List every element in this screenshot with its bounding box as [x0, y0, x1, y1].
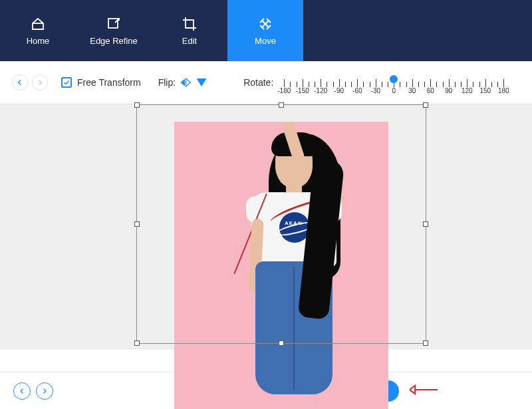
resize-handle-s[interactable]: [279, 341, 284, 346]
resize-handle-sw[interactable]: [134, 341, 140, 346]
flip-vertical-button[interactable]: [196, 77, 207, 88]
resize-handle-n[interactable]: [279, 102, 284, 108]
top-nav: Home Edge Refine Edit Move: [0, 0, 532, 61]
free-transform-toggle[interactable]: Free Transform: [61, 77, 141, 88]
undo-redo-group: [12, 74, 48, 90]
rotate-slider[interactable]: -180-150-120-90-60-300306090120150180: [284, 72, 503, 92]
free-transform-label: Free Transform: [77, 77, 141, 88]
rotate-thumb[interactable]: [390, 75, 398, 83]
annotation-arrow-icon: [410, 383, 439, 399]
resize-handle-ne[interactable]: [423, 102, 428, 108]
undo-button[interactable]: [12, 74, 28, 90]
flip-group: Flip:: [158, 77, 207, 88]
crop-icon: [182, 16, 198, 32]
rotate-group: Rotate: -180-150-120-90-60-3003060901201…: [243, 72, 503, 92]
selection-box[interactable]: [136, 104, 426, 344]
flip-horizontal-button[interactable]: [180, 77, 192, 88]
nav-move[interactable]: Move: [227, 0, 303, 61]
resize-handle-w[interactable]: [134, 221, 140, 227]
checkbox-checked-icon: [61, 77, 72, 88]
nav-move-label: Move: [255, 36, 276, 46]
resize-handle-nw[interactable]: [134, 102, 140, 108]
prev-step-button[interactable]: [13, 382, 31, 400]
redo-button[interactable]: [32, 74, 48, 90]
resize-handle-se[interactable]: [423, 341, 428, 346]
nav-home[interactable]: Home: [0, 0, 76, 61]
resize-handle-e[interactable]: [423, 221, 428, 227]
move-toolbar: Free Transform Flip: Rotate: -180-150-12…: [0, 61, 532, 104]
nav-home-label: Home: [27, 36, 50, 46]
rotate-label: Rotate:: [243, 77, 273, 88]
edge-refine-icon: [106, 16, 122, 32]
next-step-button[interactable]: [36, 382, 53, 400]
nav-edge-refine[interactable]: Edge Refine: [76, 0, 152, 61]
svg-rect-0: [108, 19, 118, 28]
flip-label: Flip:: [158, 77, 176, 88]
home-icon: [30, 16, 46, 32]
nav-edit[interactable]: Edit: [152, 0, 227, 61]
move-icon: [257, 16, 273, 32]
nav-edit-label: Edit: [182, 36, 197, 46]
nav-edge-refine-label: Edge Refine: [90, 36, 138, 46]
canvas-area[interactable]: AEAN: [0, 104, 532, 348]
